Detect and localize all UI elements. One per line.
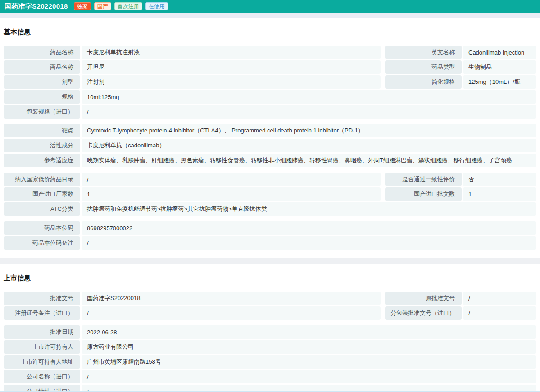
field-value: Cytotoxic T-lymphocyte protein-4 inhibit… <box>82 124 536 137</box>
field-label: 药品名称 <box>4 46 80 59</box>
field-value: / <box>82 173 381 186</box>
field-block: 药品本位码86982957000022药品本位码备注/ <box>4 221 536 250</box>
field-label: 英文名称 <box>385 46 462 59</box>
field-label: 国产进口厂家数 <box>4 187 80 201</box>
field-value: 否 <box>463 173 536 186</box>
field-label: 上市许可持有人地址 <box>4 355 80 369</box>
field-block: 批准文号国药准字S20220018原批准文号/注册证号备注（进口）/分包装批准文… <box>4 292 536 320</box>
field-label: 上市许可持有人 <box>4 340 80 354</box>
badge-first-registration: 首次注册 <box>114 2 142 10</box>
field-value: / <box>82 105 536 119</box>
field-label: 规格 <box>4 90 80 104</box>
field-value: 注射剂 <box>82 75 381 89</box>
section-basic-info: 基本信息药品名称卡度尼利单抗注射液英文名称Cadonilimab Injecti… <box>0 18 540 258</box>
field-label: 包装规格（进口） <box>4 105 80 119</box>
field-label: 公司名称（进口） <box>4 370 80 383</box>
field-value: 2022-06-28 <box>82 325 536 339</box>
section-title: 上市信息 <box>4 264 536 292</box>
field-row: 批准文号国药准字S20220018原批准文号/ <box>4 292 536 305</box>
field-row: 规格10ml:125mg <box>4 90 536 104</box>
section-title: 基本信息 <box>4 18 536 46</box>
field-label: 批准文号 <box>4 292 80 305</box>
section-marketing-info: 上市信息批准文号国药准字S20220018原批准文号/注册证号备注（进口）/分包… <box>0 264 540 392</box>
field-row: 剂型注射剂简化规格125mg（10mL）/瓶 <box>4 75 536 89</box>
field-label: 商品名称 <box>4 60 80 74</box>
field-label: ATC分类 <box>4 202 80 216</box>
field-row: 活性成分卡度尼利单抗（cadonilimab） <box>4 139 536 152</box>
field-label: 药品本位码备注 <box>4 236 80 250</box>
status-badges: 独家国产首次注册在使用 <box>74 2 168 10</box>
field-label: 批准日期 <box>4 325 80 339</box>
badge-in-use: 在使用 <box>145 2 168 10</box>
field-block: 纳入国家低价药品目录/是否通过一致性评价否国产进口厂家数1国产进口批文数1ATC… <box>4 173 536 216</box>
field-row: 上市许可持有人地址广州市黄埔区康耀南路158号 <box>4 355 536 369</box>
field-value: / <box>82 370 536 383</box>
field-block: 靶点Cytotoxic T-lymphocyte protein-4 inhib… <box>4 124 536 167</box>
field-row: 纳入国家低价药品目录/是否通过一致性评价否 <box>4 173 536 186</box>
field-value: 国药准字S20220018 <box>82 292 381 305</box>
field-value: 卡度尼利单抗注射液 <box>82 46 381 59</box>
field-row: 上市许可持有人康方药业有限公司 <box>4 340 536 354</box>
field-value: 生物制品 <box>463 60 536 74</box>
field-label: 活性成分 <box>4 139 80 152</box>
badge-domestic: 国产 <box>94 2 111 10</box>
field-value: 抗肿瘤药和免疫机能调节药>抗肿瘤药>其它抗肿瘤药物>单克隆抗体类 <box>82 202 536 216</box>
field-label: 注册证号备注（进口） <box>4 306 80 320</box>
field-row: 药品本位码备注/ <box>4 236 536 250</box>
field-label: 剂型 <box>4 75 80 89</box>
badge-exclusive: 独家 <box>74 2 91 10</box>
field-label: 原批准文号 <box>385 292 462 305</box>
field-label: 纳入国家低价药品目录 <box>4 173 80 186</box>
detail-content: 基本信息药品名称卡度尼利单抗注射液英文名称Cadonilimab Injecti… <box>0 18 540 392</box>
field-label: 药品类型 <box>385 60 462 74</box>
field-value: 1 <box>463 187 536 201</box>
field-label: 简化规格 <box>385 75 462 89</box>
page-background-band <box>0 13 540 18</box>
field-value: 开坦尼 <box>82 60 381 74</box>
field-value: / <box>463 292 536 305</box>
field-value: 10ml:125mg <box>82 90 536 104</box>
field-row: 药品本位码86982957000022 <box>4 221 536 235</box>
field-row: 批准日期2022-06-28 <box>4 325 536 339</box>
field-row: 商品名称开坦尼药品类型生物制品 <box>4 60 536 74</box>
field-label: 国产进口批文数 <box>385 187 462 201</box>
approval-number-title: 国药准字S20220018 <box>5 2 68 11</box>
field-label: 参考适应症 <box>4 154 80 167</box>
field-row: 国产进口厂家数1国产进口批文数1 <box>4 187 536 201</box>
field-value: 广州市黄埔区康耀南路158号 <box>82 355 536 369</box>
field-value: 康方药业有限公司 <box>82 340 536 354</box>
field-label: 靶点 <box>4 124 80 137</box>
field-value: / <box>463 306 536 320</box>
field-value: / <box>82 236 536 250</box>
field-row: ATC分类抗肿瘤药和免疫机能调节药>抗肿瘤药>其它抗肿瘤药物>单克隆抗体类 <box>4 202 536 216</box>
field-row: 公司名称（进口）/ <box>4 370 536 383</box>
field-row: 包装规格（进口）/ <box>4 105 536 119</box>
field-label: 是否通过一致性评价 <box>385 173 462 186</box>
section-separator <box>0 258 540 264</box>
field-value: 86982957000022 <box>82 221 536 235</box>
field-value: Cadonilimab Injection <box>463 46 536 59</box>
field-row: 靶点Cytotoxic T-lymphocyte protein-4 inhib… <box>4 124 536 137</box>
field-block: 药品名称卡度尼利单抗注射液英文名称Cadonilimab Injection商品… <box>4 46 536 119</box>
field-label: 分包装批准文号（进口） <box>385 306 462 320</box>
field-label: 药品本位码 <box>4 221 80 235</box>
field-value: 晚期实体瘤、乳腺肿瘤、肝细胞癌、黑色素瘤、转移性食管癌、转移性非小细胞肺癌、转移… <box>82 154 536 167</box>
field-row: 注册证号备注（进口）/分包装批准文号（进口）/ <box>4 306 536 320</box>
field-value: / <box>82 306 381 320</box>
field-row: 参考适应症晚期实体瘤、乳腺肿瘤、肝细胞癌、黑色素瘤、转移性食管癌、转移性非小细胞… <box>4 154 536 167</box>
field-row: 药品名称卡度尼利单抗注射液英文名称Cadonilimab Injection <box>4 46 536 59</box>
field-block: 批准日期2022-06-28上市许可持有人康方药业有限公司上市许可持有人地址广州… <box>4 325 536 392</box>
field-value: 卡度尼利单抗（cadonilimab） <box>82 139 536 152</box>
field-value: 125mg（10mL）/瓶 <box>463 75 536 89</box>
field-value: 1 <box>82 187 381 201</box>
page-header: 国药准字S20220018 独家国产首次注册在使用 <box>0 0 540 13</box>
